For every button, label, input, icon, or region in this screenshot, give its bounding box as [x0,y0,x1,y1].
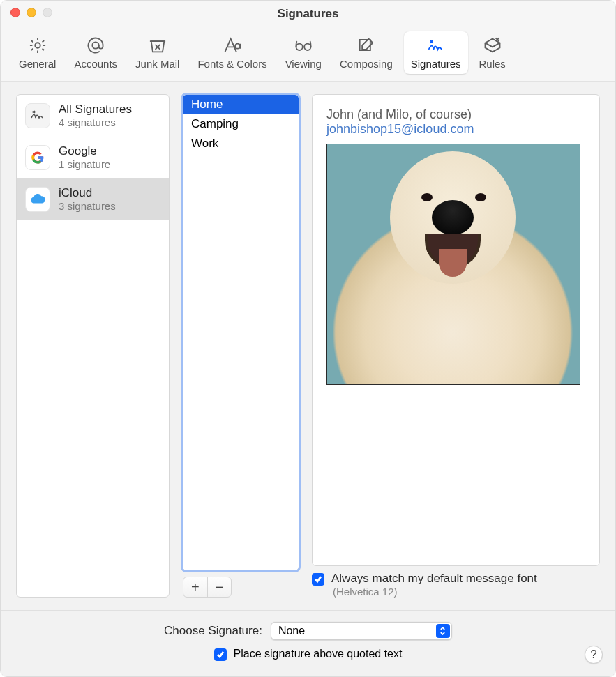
signature-name-line: John (and Milo, of course) [326,107,585,122]
place-above-quoted-checkbox[interactable] [214,648,227,661]
account-name: iCloud [59,185,116,200]
place-above-quoted-label: Place signature above quoted text [234,648,403,660]
compose-icon [355,36,377,55]
account-icloud[interactable]: iCloud 3 signatures [17,178,169,220]
icloud-icon [25,187,50,212]
tab-label: General [19,58,56,70]
signature-email-link[interactable]: johnbishop15@icloud.com [326,122,585,137]
window-title: Signatures [278,7,339,21]
match-default-font-checkbox-row: Always match my default message font [312,572,600,586]
titlebar: Signatures [1,1,615,27]
match-default-font-checkbox[interactable] [312,573,324,586]
columns: All Signatures 4 signatures Google 1 sig… [16,94,600,598]
tab-label: Viewing [285,58,322,70]
signature-item-work[interactable]: Work [183,134,299,153]
zoom-window-button [43,8,52,17]
account-all-signatures[interactable]: All Signatures 4 signatures [17,95,169,137]
footer-area: Choose Signature: None Place signature a… [16,622,600,665]
tab-general[interactable]: General [12,31,63,74]
accounts-list: All Signatures 4 signatures Google 1 sig… [16,94,170,598]
at-sign-icon [84,36,107,55]
add-remove-signature: + − [183,577,232,598]
fonts-icon [221,36,243,55]
svg-point-3 [304,44,310,50]
tab-label: Composing [340,58,393,70]
divider [1,610,615,611]
google-icon [25,145,50,170]
tab-label: Fonts & Colors [197,58,266,70]
tab-label: Accounts [74,58,117,70]
junk-mail-icon [147,36,169,55]
gear-icon [27,36,49,55]
account-subtitle: 3 signatures [59,200,116,213]
tab-accounts[interactable]: Accounts [67,31,124,74]
signature-icon [25,103,50,128]
match-default-font-sublabel: (Helvetica 12) [333,586,600,598]
account-name: Google [59,144,110,158]
tab-label: Signatures [411,58,461,70]
question-mark-icon: ? [590,648,596,662]
tab-signatures[interactable]: Signatures [404,31,468,74]
account-subtitle: 1 signature [59,158,110,172]
choose-signature-label: Choose Signature: [164,624,264,638]
tab-composing[interactable]: Composing [333,31,400,74]
tab-label: Junk Mail [135,58,179,70]
account-subtitle: 4 signatures [59,116,132,130]
tab-fonts-colors[interactable]: Fonts & Colors [190,31,273,74]
chevron-up-down-icon [436,624,450,638]
window-controls [10,8,52,17]
rules-icon [481,36,504,55]
match-default-font-label: Always match my default message font [331,572,537,586]
signature-icon [425,36,447,55]
choose-signature-value: None [278,625,305,637]
signature-names-list[interactable]: Home Camping Work [182,94,299,571]
tab-junk-mail[interactable]: Junk Mail [128,31,186,74]
choose-signature-select[interactable]: None [271,622,452,640]
preferences-toolbar: General Accounts Junk Mail Fonts & Color… [1,27,615,82]
help-button[interactable]: ? [585,646,603,664]
tab-viewing[interactable]: Viewing [278,31,329,74]
svg-point-2 [296,44,302,50]
tab-label: Rules [479,58,506,70]
signature-item-home[interactable]: Home [183,95,299,114]
account-name: All Signatures [59,102,132,116]
account-google[interactable]: Google 1 signature [17,137,169,178]
content-area: All Signatures 4 signatures Google 1 sig… [1,82,615,676]
remove-signature-button[interactable]: − [208,577,232,597]
close-window-button[interactable] [10,8,20,17]
minimize-window-button[interactable] [27,8,36,17]
signature-item-camping[interactable]: Camping [183,114,299,134]
add-signature-button[interactable]: + [183,577,208,597]
glasses-icon [292,36,315,55]
svg-point-1 [93,42,99,48]
svg-point-0 [35,43,40,47]
tab-rules[interactable]: Rules [472,31,513,74]
signature-image [326,144,580,385]
signature-preview[interactable]: John (and Milo, of course) johnbishop15@… [312,94,600,566]
